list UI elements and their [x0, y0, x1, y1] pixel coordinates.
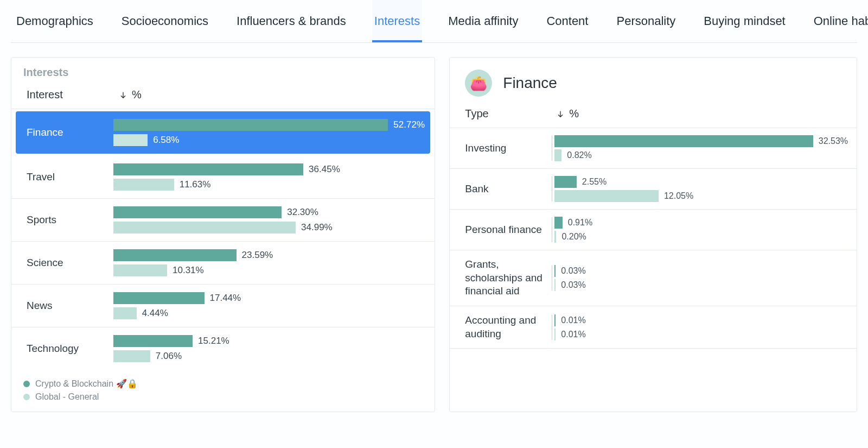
- detail-rows: Investing32.53%0.82%Bank2.55%12.05%Perso…: [450, 128, 857, 412]
- legend-dot-light-icon: [23, 394, 30, 400]
- row-label: Bank: [465, 182, 552, 196]
- arrow-down-icon: [556, 110, 565, 118]
- bar-value: 10.31%: [173, 265, 204, 276]
- bar-a: [113, 206, 282, 218]
- row-label: Personal finance: [465, 223, 552, 237]
- row-bars: 0.91%0.20%: [552, 217, 848, 242]
- bar-value: 0.91%: [568, 218, 592, 228]
- table-row[interactable]: Bank2.55%12.05%: [450, 169, 857, 210]
- bar-b: [554, 190, 659, 202]
- tab-demographics[interactable]: Demographics: [14, 0, 95, 42]
- bar-b: [113, 134, 148, 146]
- table-row[interactable]: Finance52.72%6.58%: [16, 111, 430, 154]
- bar-value: 15.21%: [198, 336, 229, 346]
- interests-panel: Interests Interest % Finance52.72%6.58%T…: [11, 57, 435, 412]
- tab-buying-mindset[interactable]: Buying mindset: [701, 0, 787, 42]
- row-bars: 23.59%10.31%: [113, 249, 426, 276]
- bar-b: [554, 149, 561, 161]
- bar-b: [554, 231, 556, 243]
- interests-rows: Finance52.72%6.58%Travel36.45%11.63%Spor…: [11, 109, 435, 370]
- bar-a: [554, 176, 577, 188]
- row-bars: 32.53%0.82%: [552, 136, 848, 161]
- bar-value: 0.03%: [561, 280, 585, 290]
- bar-value: 4.44%: [142, 308, 168, 319]
- row-bars: 17.44%4.44%: [113, 292, 426, 319]
- bar-a: [554, 135, 813, 147]
- row-bars: 32.30%34.99%: [113, 206, 426, 234]
- table-row[interactable]: Science23.59%10.31%: [11, 242, 435, 285]
- table-row[interactable]: Personal finance0.91%0.20%: [450, 210, 857, 250]
- tab-personality[interactable]: Personality: [614, 0, 678, 42]
- detail-table-header: Type %: [450, 102, 857, 128]
- bar-a: [113, 119, 388, 131]
- tab-online-habits[interactable]: Online habits: [812, 0, 868, 42]
- table-row[interactable]: Technology15.21%7.06%: [11, 327, 435, 370]
- tab-interests[interactable]: Interests: [372, 0, 422, 42]
- legend-label-b: Global - General: [35, 392, 99, 402]
- row-bars: 2.55%12.05%: [552, 176, 848, 201]
- bar-a: [113, 335, 193, 347]
- table-row[interactable]: Accounting and auditing0.01%0.01%: [450, 306, 857, 349]
- tab-content[interactable]: Content: [544, 0, 590, 42]
- table-row[interactable]: Investing32.53%0.82%: [450, 128, 857, 169]
- bar-value: 2.55%: [582, 177, 607, 187]
- bar-value: 0.82%: [567, 150, 591, 160]
- bar-value: 32.30%: [287, 207, 318, 218]
- wallet-icon: 👛: [465, 70, 492, 97]
- interests-sort-percent[interactable]: %: [119, 89, 142, 101]
- bar-value: 34.99%: [301, 222, 333, 233]
- table-row[interactable]: News17.44%4.44%: [11, 285, 435, 327]
- detail-header: 👛 Finance: [450, 58, 857, 102]
- bar-value: 17.44%: [210, 293, 241, 304]
- panels-container: Interests Interest % Finance52.72%6.58%T…: [11, 57, 857, 412]
- bar-value: 0.01%: [561, 316, 585, 325]
- bar-b: [113, 179, 174, 191]
- table-row[interactable]: Grants, scholarships and financial aid0.…: [450, 250, 857, 306]
- row-bars: 0.03%0.03%: [552, 266, 848, 291]
- row-label: Travel: [27, 171, 113, 184]
- detail-title: Finance: [503, 74, 557, 92]
- bar-value: 11.63%: [180, 179, 211, 190]
- detail-panel: 👛 Finance Type % Investing32.53%0.82%Ban…: [449, 57, 857, 412]
- row-label: Science: [27, 256, 113, 270]
- tab-influencers-brands[interactable]: Influencers & brands: [234, 0, 348, 42]
- bar-a: [554, 265, 556, 277]
- bar-b: [554, 279, 556, 291]
- bar-value: 23.59%: [242, 250, 273, 261]
- interests-panel-title: Interests: [11, 58, 435, 83]
- bar-a: [554, 217, 562, 229]
- arrow-down-icon: [119, 91, 127, 99]
- legend-item-b: Global - General: [23, 392, 423, 402]
- bar-a: [554, 314, 556, 326]
- row-label: News: [27, 299, 113, 313]
- row-bars: 36.45%11.63%: [113, 163, 426, 191]
- table-row[interactable]: Sports32.30%34.99%: [11, 199, 435, 242]
- detail-sort-label: %: [569, 108, 579, 120]
- detail-col-label[interactable]: Type: [465, 108, 556, 120]
- legend: Crypto & Blockchain 🚀🔒 Global - General: [11, 370, 435, 412]
- legend-item-a: Crypto & Blockchain 🚀🔒: [23, 378, 423, 389]
- bar-value: 6.58%: [153, 135, 179, 146]
- bar-value: 32.53%: [819, 136, 848, 146]
- bar-b: [113, 222, 296, 234]
- bar-value: 36.45%: [309, 164, 340, 175]
- row-label: Grants, scholarships and financial aid: [465, 258, 552, 298]
- legend-label-a: Crypto & Blockchain 🚀🔒: [35, 378, 138, 389]
- bar-a: [113, 249, 237, 261]
- table-row[interactable]: Travel36.45%11.63%: [11, 156, 435, 199]
- tab-socioeconomics[interactable]: Socioeconomics: [119, 0, 210, 42]
- bar-a: [113, 292, 205, 304]
- row-bars: 52.72%6.58%: [113, 119, 426, 146]
- bar-value: 52.72%: [393, 119, 425, 130]
- interests-sort-label: %: [132, 89, 142, 101]
- bar-value: 12.05%: [664, 191, 693, 201]
- row-bars: 15.21%7.06%: [113, 335, 426, 362]
- tab-media-affinity[interactable]: Media affinity: [446, 0, 520, 42]
- interests-col-label[interactable]: Interest: [27, 89, 119, 101]
- row-label: Accounting and auditing: [465, 314, 552, 340]
- row-label: Sports: [27, 213, 113, 227]
- row-label: Investing: [465, 142, 552, 155]
- detail-sort-percent[interactable]: %: [556, 108, 579, 120]
- bar-value: 0.20%: [561, 232, 586, 242]
- row-bars: 0.01%0.01%: [552, 315, 848, 340]
